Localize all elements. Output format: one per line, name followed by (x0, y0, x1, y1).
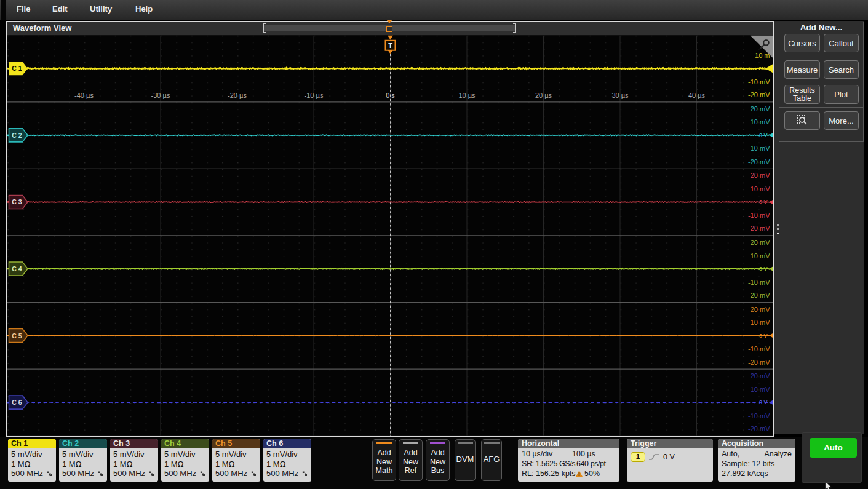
svg-text:-20 mV: -20 mV (748, 291, 770, 298)
svg-text:20 mV: 20 mV (750, 105, 770, 112)
svg-text:-10 mV: -10 mV (748, 211, 770, 218)
svg-text:10 µs: 10 µs (458, 91, 476, 98)
svg-text:20 µs: 20 µs (535, 91, 552, 98)
svg-text:0 V: 0 V (759, 199, 767, 205)
svg-text:-20 µs: -20 µs (228, 91, 247, 98)
svg-text:10 mV: 10 mV (750, 252, 770, 259)
svg-text:20 mV: 20 mV (750, 372, 770, 380)
svg-text:20 mV: 20 mV (750, 172, 770, 179)
svg-text:-10 mV: -10 mV (748, 411, 770, 419)
svg-text:10 mV: 10 mV (750, 185, 770, 192)
svg-text:-20 mV: -20 mV (748, 157, 770, 165)
svg-text:-20 mV: -20 mV (748, 425, 770, 432)
svg-text:-30 µs: -30 µs (151, 91, 170, 98)
svg-text:-10 mV: -10 mV (748, 145, 770, 152)
svg-text:C 2: C 2 (12, 131, 22, 138)
svg-text:20 mV: 20 mV (750, 238, 770, 245)
svg-text:C 1: C 1 (12, 65, 22, 72)
svg-text:-20 mV: -20 mV (748, 225, 770, 232)
svg-text:C 5: C 5 (12, 332, 22, 339)
svg-text:T: T (388, 42, 392, 49)
svg-text:-20 mV: -20 mV (748, 358, 770, 365)
svg-text:-10 mV: -10 mV (748, 345, 770, 352)
svg-text:C 3: C 3 (12, 198, 22, 205)
svg-text:0 V: 0 V (759, 332, 767, 338)
svg-text:20 mV: 20 mV (750, 305, 770, 312)
svg-text:40 µs: 40 µs (688, 91, 705, 98)
svg-text:0 V: 0 V (759, 399, 767, 405)
svg-text:10 mV: 10 mV (750, 118, 770, 125)
svg-text:10 mV: 10 mV (750, 385, 770, 392)
svg-text:-10 mV: -10 mV (748, 78, 770, 85)
svg-text:C 4: C 4 (12, 264, 22, 272)
svg-text:-20 mV: -20 mV (748, 91, 770, 98)
svg-text:10 mV: 10 mV (750, 319, 770, 326)
svg-text:-40 µs: -40 µs (74, 91, 94, 98)
svg-text:0 V: 0 V (759, 132, 767, 138)
svg-text:0 V: 0 V (759, 265, 767, 271)
svg-text:C 6: C 6 (12, 399, 22, 406)
svg-text:-10 mV: -10 mV (748, 278, 770, 285)
svg-text:-10 µs: -10 µs (304, 91, 323, 98)
svg-text:30 µs: 30 µs (611, 91, 629, 98)
